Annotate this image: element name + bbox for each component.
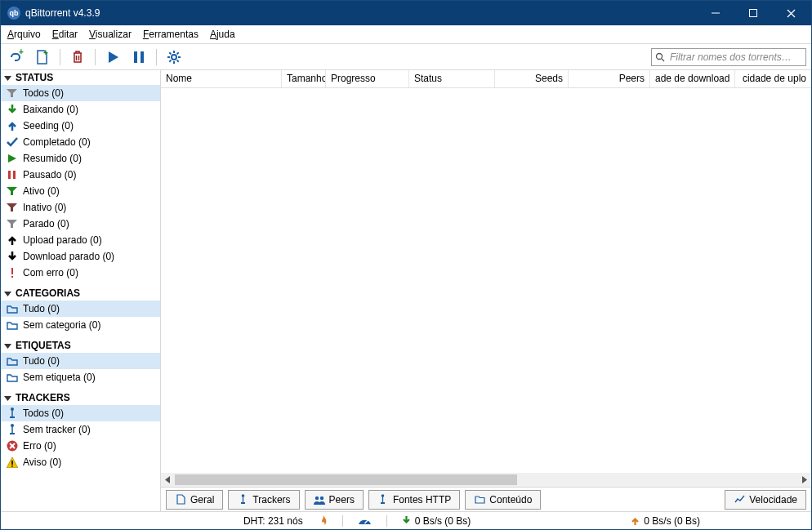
col-vel-down[interactable]: ade de download <box>650 70 735 87</box>
titlebar: qb qBittorrent v4.3.9 <box>1 1 811 25</box>
folder-icon <box>6 319 18 332</box>
tracker-aviso[interactable]: Aviso (0) <box>1 454 160 470</box>
status-dht[interactable]: DHT: 231 nós <box>243 515 303 527</box>
search-box[interactable] <box>651 48 806 66</box>
svg-marker-26 <box>7 203 17 212</box>
status-baixando[interactable]: Baixando (0) <box>1 101 160 118</box>
status-resumido[interactable]: Resumido (0) <box>1 150 160 167</box>
tab-trackers[interactable]: Trackers <box>228 490 299 510</box>
tab-velocidade[interactable]: Velocidade <box>725 490 806 510</box>
status-upload-parado[interactable]: Upload parado (0) <box>1 232 160 248</box>
svg-marker-6 <box>109 51 118 63</box>
scroll-track[interactable] <box>175 473 797 487</box>
svg-text:+: + <box>43 49 48 57</box>
status-com-erro[interactable]: Com erro (0) <box>1 265 160 281</box>
status-ativo[interactable]: Ativo (0) <box>1 183 160 199</box>
chevron-down-icon <box>4 342 12 350</box>
status-speed-limits[interactable] <box>358 516 372 525</box>
status-inativo[interactable]: Inativo (0) <box>1 199 160 216</box>
tracker-sem[interactable]: Sem tracker (0) <box>1 421 160 438</box>
chevron-down-icon <box>4 290 12 297</box>
maximize-button[interactable] <box>734 1 772 25</box>
column-headers[interactable]: Nome Tamanho Progresso Status Seeds Peer… <box>161 70 811 88</box>
content-area: Nome Tamanho Progresso Status Seeds Peer… <box>161 70 811 511</box>
add-file-button[interactable]: + <box>32 47 53 68</box>
status-download-speed[interactable]: 0 Bs/s (0 Bs) <box>402 515 471 527</box>
status-parado[interactable]: Parado (0) <box>1 216 160 232</box>
window-title: qBittorrent v4.3.9 <box>25 7 100 19</box>
svg-point-49 <box>242 494 245 497</box>
close-button[interactable] <box>772 1 810 25</box>
toolbar: + + <box>1 44 811 70</box>
svg-marker-30 <box>4 292 11 296</box>
torrent-list[interactable] <box>161 88 811 473</box>
minimize-button[interactable] <box>697 1 734 25</box>
svg-marker-25 <box>7 187 17 195</box>
pause-red-icon <box>6 169 18 181</box>
col-tamanho[interactable]: Tamanho <box>282 70 326 87</box>
menu-visualizar[interactable]: Visualizar <box>89 29 132 40</box>
gauge-icon <box>358 516 372 525</box>
settings-button[interactable] <box>163 47 185 68</box>
section-trackers[interactable]: TRACKERS <box>1 390 160 405</box>
categoria-tudo[interactable]: Tudo (0) <box>1 301 160 317</box>
resume-button[interactable] <box>102 47 123 68</box>
col-nome[interactable]: Nome <box>161 70 282 87</box>
doc-icon <box>175 494 186 506</box>
menu-editar[interactable]: Editar <box>52 29 78 40</box>
menu-ferramentas[interactable]: Ferramentas <box>143 29 199 40</box>
categoria-sem[interactable]: Sem categoria (0) <box>1 317 160 333</box>
delete-button[interactable] <box>67 47 88 68</box>
etiqueta-tudo[interactable]: Tudo (0) <box>1 353 160 369</box>
menu-arquivo[interactable]: Arquivo <box>7 29 41 40</box>
status-download-parado[interactable]: Download parado (0) <box>1 248 160 265</box>
status-upload-speed[interactable]: 0 Bs/s (0 Bs) <box>631 515 700 527</box>
folder-icon <box>474 494 485 506</box>
svg-rect-7 <box>134 51 137 63</box>
col-vel-up[interactable]: cidade de uplo <box>735 70 811 87</box>
search-input[interactable] <box>668 51 802 64</box>
section-etiquetas[interactable]: ETIQUETAS <box>1 338 160 353</box>
svg-marker-20 <box>4 76 11 81</box>
svg-marker-45 <box>165 476 170 483</box>
app-icon: qb <box>7 7 20 20</box>
status-pausado[interactable]: Pausado (0) <box>1 167 160 183</box>
section-status[interactable]: STATUS <box>1 70 160 85</box>
tab-peers[interactable]: Peers <box>305 490 364 510</box>
folder-icon <box>6 303 18 315</box>
tab-fontes-http[interactable]: Fontes HTTP <box>368 490 460 510</box>
warning-icon <box>6 457 18 469</box>
col-peers[interactable]: Peers <box>569 70 650 87</box>
col-status[interactable]: Status <box>409 70 495 87</box>
down-arrow-icon <box>402 515 411 526</box>
down-arrow-icon <box>6 104 18 116</box>
svg-rect-43 <box>11 461 13 465</box>
menu-ajuda[interactable]: Ajuda <box>210 29 235 40</box>
scroll-left-icon[interactable] <box>161 473 175 487</box>
pause-button[interactable] <box>128 47 149 68</box>
col-seeds[interactable]: Seeds <box>495 70 569 87</box>
svg-point-50 <box>315 496 318 499</box>
status-completado[interactable]: Completado (0) <box>1 134 160 150</box>
scroll-thumb[interactable] <box>175 474 517 485</box>
scroll-right-icon[interactable] <box>797 473 811 487</box>
col-progresso[interactable]: Progresso <box>326 70 409 87</box>
exclaim-icon <box>6 267 18 279</box>
tracker-erro[interactable]: Erro (0) <box>1 438 160 454</box>
status-todos[interactable]: Todos (0) <box>1 85 160 101</box>
folder-icon <box>6 372 18 384</box>
tab-conteudo[interactable]: Conteúdo <box>465 490 541 510</box>
status-firewall[interactable] <box>318 515 328 526</box>
status-seeding[interactable]: Seeding (0) <box>1 118 160 134</box>
horizontal-scrollbar[interactable] <box>161 473 811 487</box>
tab-geral[interactable]: Geral <box>166 490 223 510</box>
add-link-button[interactable]: + <box>6 47 27 68</box>
network-icon <box>377 494 389 506</box>
etiqueta-sem[interactable]: Sem etiqueta (0) <box>1 369 160 385</box>
pause-icon <box>132 50 146 65</box>
svg-marker-22 <box>8 154 16 163</box>
file-icon: + <box>35 49 50 65</box>
tracker-todos[interactable]: Todos (0) <box>1 405 160 421</box>
svg-rect-8 <box>141 51 144 63</box>
section-categorias[interactable]: CATEGORIAS <box>1 286 160 301</box>
